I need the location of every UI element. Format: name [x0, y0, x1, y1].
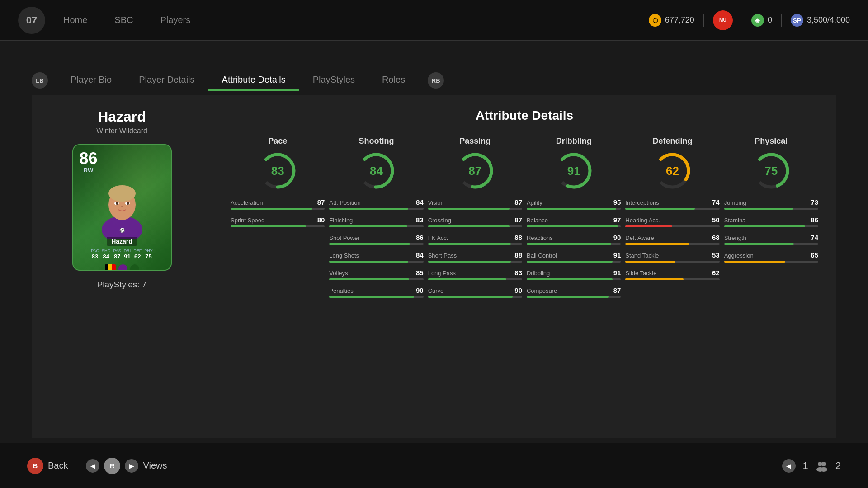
- stat-value: 87: [613, 286, 621, 294]
- stat-row: Penalties90: [329, 286, 423, 298]
- stat-row: Def. Aware68: [625, 234, 719, 245]
- stat-bar-fill: [625, 261, 675, 263]
- stat-bar-fill: [724, 225, 805, 227]
- people-icon: [816, 460, 828, 472]
- card-overall: 86: [80, 150, 98, 167]
- tab-attribute-details[interactable]: Attribute Details: [208, 70, 299, 91]
- page-left-arrow[interactable]: ◀: [782, 459, 796, 473]
- attr-col-header-dribbling: Dribbling: [556, 136, 592, 146]
- stat-bar-bg: [724, 208, 818, 210]
- back-control[interactable]: B Back: [27, 458, 68, 474]
- stat-label-row: Reactions90: [527, 234, 621, 241]
- stat-value: 73: [811, 198, 818, 206]
- card-stat-def: DEF 62: [133, 249, 142, 260]
- stat-value: 95: [613, 198, 621, 206]
- stat-bar-bg: [724, 261, 818, 263]
- attribute-columns: Pace83Acceleration87Sprint Speed80Shooti…: [231, 136, 818, 298]
- left-arrow: ◀: [86, 459, 99, 473]
- token-icon: ◈: [751, 14, 764, 27]
- divider3: [781, 14, 782, 27]
- nav-players[interactable]: Players: [160, 15, 190, 25]
- stat-value: 87: [514, 216, 522, 224]
- stat-value: 83: [416, 216, 424, 224]
- card-stats-row: PAC 83 SHO 84 PAS 87 DRI 91: [86, 246, 157, 263]
- stat-label-row: Curve90: [428, 286, 522, 294]
- stat-bar-fill: [329, 225, 407, 227]
- currency-tokens: ◈ 0: [751, 14, 772, 27]
- stat-bar-fill: [527, 261, 613, 263]
- tab-items: Player Bio Player Details Attribute Deta…: [57, 70, 419, 91]
- flag-club: [118, 264, 127, 271]
- svg-point-22: [821, 462, 826, 466]
- tab-roles[interactable]: Roles: [368, 70, 419, 91]
- stat-label-row: FK Acc.88: [428, 234, 522, 241]
- views-control[interactable]: ◀ R ▶ Views: [86, 458, 167, 474]
- stat-row: Shot Power86: [329, 234, 423, 245]
- divider2: [742, 14, 742, 27]
- tab-player-details[interactable]: Player Details: [125, 70, 208, 91]
- stat-value: 90: [613, 234, 621, 241]
- stat-bar-bg: [428, 261, 522, 263]
- gauge-value-passing: 87: [468, 164, 481, 178]
- stat-label: Interceptions: [625, 199, 659, 206]
- stat-bar-bg: [625, 261, 719, 263]
- stat-value: 85: [416, 269, 424, 277]
- stat-label: Crossing: [428, 217, 451, 224]
- right-arrow: ▶: [125, 459, 138, 473]
- stat-label-row: Crossing87: [428, 216, 522, 224]
- currency-sp: SP 3,500/4,000: [791, 14, 850, 27]
- tab-player-bio[interactable]: Player Bio: [57, 70, 125, 91]
- stat-row: Stamina86: [724, 216, 818, 227]
- stat-bar-fill: [428, 225, 510, 227]
- stat-bar-bg: [329, 261, 423, 263]
- player-card-type: Winter Wildcard: [96, 127, 147, 135]
- bottom-navigation: B Back ◀ R ▶ Views ◀ 1 2: [0, 443, 868, 488]
- tab-playstyles[interactable]: PlayStyles: [299, 70, 368, 91]
- right-panel: Attribute Details Pace83Acceleration87Sp…: [212, 95, 836, 438]
- stat-label: Curve: [428, 287, 444, 294]
- stat-row: Curve90: [428, 286, 522, 298]
- stat-label: Long Shots: [329, 252, 359, 259]
- nav-home[interactable]: Home: [63, 15, 87, 25]
- stat-row: Short Pass88: [428, 251, 522, 263]
- gauge-value-pace: 83: [271, 164, 284, 178]
- stat-bar-fill: [527, 208, 616, 210]
- flag-national: [130, 264, 139, 271]
- left-panel: Hazard Winter Wildcard 86 RW: [32, 95, 212, 438]
- stat-value: 84: [416, 251, 424, 259]
- stat-value: 86: [811, 216, 818, 224]
- stat-bar-bg: [329, 225, 423, 227]
- tab-right-button[interactable]: RB: [428, 72, 444, 89]
- stat-bar-bg: [231, 225, 325, 227]
- stat-row: Acceleration87: [231, 198, 325, 210]
- stat-bar-bg: [329, 208, 423, 210]
- gauge-value-physical: 75: [764, 164, 778, 178]
- stat-list-passing: Vision87Crossing87FK Acc.88Short Pass88L…: [428, 198, 522, 298]
- attr-col-header-passing: Passing: [459, 136, 491, 146]
- gauge-value-dribbling: 91: [567, 164, 580, 178]
- stat-row: Aggression65: [724, 251, 818, 263]
- attr-col-header-physical: Physical: [755, 136, 788, 146]
- playstyles-count: PlayStyles: 7: [97, 280, 147, 290]
- stat-row: Volleys85: [329, 269, 423, 280]
- attr-col-header-defending: Defending: [652, 136, 692, 146]
- stat-label-row: Slide Tackle62: [625, 269, 719, 277]
- stat-value: 87: [317, 198, 325, 206]
- page-total: 2: [835, 460, 841, 472]
- stat-row: Reactions90: [527, 234, 621, 245]
- stat-label: Penalties: [329, 287, 353, 294]
- stat-bar-bg: [428, 225, 522, 227]
- stat-row: Strength74: [724, 234, 818, 245]
- stat-list-defending: Interceptions74Heading Acc.50Def. Aware6…: [625, 198, 719, 280]
- stat-label: Acceleration: [231, 199, 263, 206]
- stat-row: Long Shots84: [329, 251, 423, 263]
- svg-point-6: [116, 202, 118, 205]
- stat-label-row: Balance97: [527, 216, 621, 224]
- stat-value: 91: [613, 269, 621, 277]
- nav-sbc[interactable]: SBC: [114, 15, 133, 25]
- stat-row: FK Acc.88: [428, 234, 522, 245]
- tab-left-button[interactable]: LB: [32, 72, 48, 89]
- stat-value: 88: [514, 251, 522, 259]
- attr-col-pace: Pace83Acceleration87Sprint Speed80: [231, 136, 325, 298]
- stat-bar-bg: [329, 243, 423, 245]
